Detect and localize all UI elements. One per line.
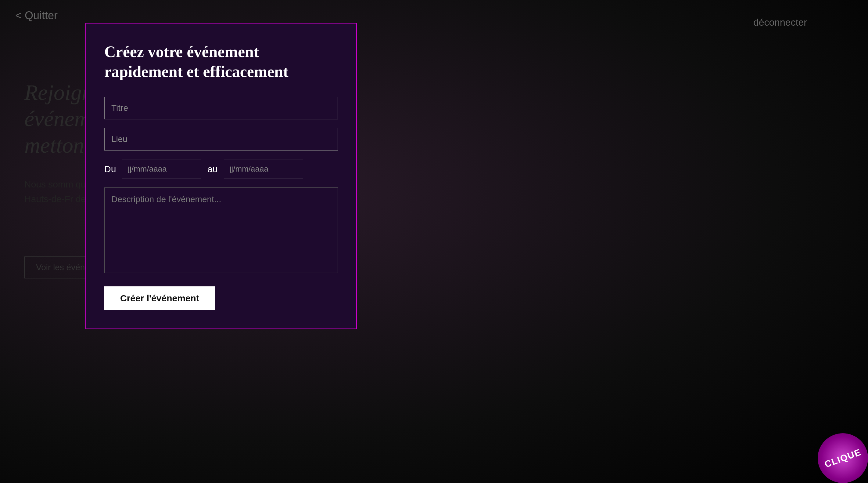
date-from-input[interactable] <box>122 159 201 179</box>
title-field-group <box>104 97 338 119</box>
create-event-button[interactable]: Créer l'événement <box>104 286 215 310</box>
date-to-label: au <box>207 164 217 174</box>
create-event-modal: Créez votre événement rapidement et effi… <box>85 23 357 329</box>
date-to-input[interactable] <box>224 159 303 179</box>
clique-label: CLIQUE <box>823 447 863 470</box>
quit-link[interactable]: < Quitter <box>15 9 58 22</box>
location-field-group <box>104 128 338 150</box>
modal-title: Créez votre événement rapidement et effi… <box>104 42 338 82</box>
date-range-row: Du au <box>104 159 338 179</box>
disconnect-link[interactable]: déconnecter <box>753 17 807 28</box>
description-textarea[interactable] <box>104 188 338 273</box>
location-input[interactable] <box>104 128 338 150</box>
date-from-label: Du <box>104 164 116 174</box>
clique-badge: CLIQUE <box>818 433 868 483</box>
title-input[interactable] <box>104 97 338 119</box>
